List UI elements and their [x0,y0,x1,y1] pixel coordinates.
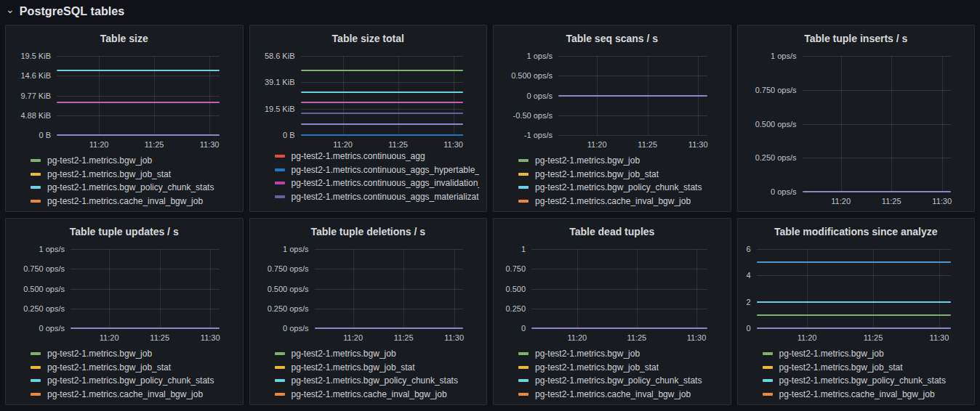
gridline-horizontal [531,289,707,290]
gridline-vertical [454,249,455,328]
y-tick-label: 0.500 ops/s [511,71,553,80]
legend-label: pg-test2-1.metrics.bgw_job_stat [292,362,415,373]
plot-area[interactable] [757,249,952,328]
series-line [301,102,464,103]
legend-color-swatch [31,366,41,369]
series-line [531,327,707,329]
y-tick-label: 1 ops/s [771,52,796,60]
y-tick-label: 0 [746,324,750,333]
legend-item[interactable]: pg-test2-1.metrics.bgw_job_stat [518,361,723,375]
panel-title[interactable]: Table size total [257,30,480,46]
gridline-horizontal [57,76,220,76]
gridline-horizontal [757,249,952,250]
x-tick-label: 11:20 [831,197,851,206]
legend-item[interactable]: pg-test2-1.metrics.bgw_policy_chunk_stat… [31,374,236,388]
gridline-vertical [160,249,161,328]
legend-item[interactable]: pg-test2-1.metrics.continuous_agg [275,152,480,163]
panel-title[interactable]: Table tuple inserts / s [745,30,968,46]
series-line [71,327,220,329]
legend-color-swatch [31,186,41,189]
panel-title[interactable]: Table dead tuples [501,224,723,240]
legend-label: pg-test2-1.metrics.continuous_aggs_hyper… [292,165,480,175]
y-tick-label: 0 B [39,131,51,139]
gridline-horizontal [71,269,220,269]
plot-area[interactable] [803,56,952,192]
legend-item[interactable]: pg-test2-1.metrics.bgw_policy_chunk_stat… [31,181,236,195]
y-tick-label: 6 [746,245,750,253]
plot-area[interactable] [71,249,220,328]
legend-item[interactable]: pg-test2-1.metrics.bgw_policy_chunk_stat… [518,374,723,388]
legend-item[interactable]: pg-test2-1.metrics.bgw_policy_chunk_stat… [518,181,723,195]
dashboard-panel: Table tuple updates / s 1 ops/s0.750 ops… [5,218,244,405]
legend-color-swatch [31,173,41,176]
gridline-vertical [577,249,578,328]
legend-color-swatch [763,352,773,355]
chevron-down-icon[interactable]: ⌄ [6,6,15,13]
legend-item[interactable]: pg-test2-1.metrics.bgw_job [31,154,236,168]
legend-label: pg-test2-1.metrics.bgw_policy_chunk_stat… [47,182,214,192]
legend-item[interactable]: pg-test2-1.metrics.continuous_aggs_hyper… [275,163,480,177]
y-tick-label: 0.250 ops/s [755,153,797,162]
legend-item[interactable]: pg-test2-1.metrics.continuous_aggs_inval… [275,176,480,190]
legend-color-swatch [31,393,41,396]
legend-item[interactable]: pg-test2-1.metrics.cache_inval_bgw_job [518,388,723,402]
y-tick-label: 0 ops/s [527,91,553,100]
legend-item[interactable]: pg-test2-1.metrics.bgw_job_stat [31,361,236,375]
legend-color-swatch [518,366,529,369]
legend-item[interactable]: pg-test2-1.metrics.cache_inval_bgw_job [763,388,968,402]
gridline-horizontal [558,115,707,116]
legend-item[interactable]: pg-test2-1.metrics.cache_inval_bgw_job [31,388,236,402]
gridline-horizontal [301,109,464,110]
x-axis-labels: 11:2011:2511:30 [315,330,464,345]
y-tick-label: 1 ops/s [527,52,553,60]
panel-title[interactable]: Table tuple updates / s [13,224,236,240]
legend-item[interactable]: pg-test2-1.metrics.bgw_job_stat [763,361,968,375]
gridline-vertical [403,249,404,328]
y-tick-label: 0 ops/s [39,324,65,333]
legend-item[interactable]: pg-test2-1.metrics.bgw_job_stat [31,168,236,182]
plot-area[interactable] [57,56,220,135]
x-tick-label: 11:25 [638,140,657,149]
legend-item[interactable]: pg-test2-1.metrics.bgw_job [518,347,723,361]
plot-area[interactable] [315,249,464,328]
legend-item[interactable]: pg-test2-1.metrics.bgw_job [31,347,236,361]
gridline-horizontal [558,76,707,76]
legend-item[interactable]: pg-test2-1.metrics.bgw_policy_chunk_stat… [275,374,480,388]
legend-item[interactable]: pg-test2-1.metrics.cache_inval_bgw_job [275,388,480,402]
panel-title[interactable]: Table size [13,30,236,46]
legend-label: pg-test2-1.metrics.bgw_job [535,155,640,166]
gridline-vertical [209,56,210,135]
panel-title[interactable]: Table seq scans / s [501,30,723,46]
legend-item[interactable]: pg-test2-1.metrics.bgw_policy_chunk_stat… [763,374,968,388]
legend-item[interactable]: pg-test2-1.metrics.bgw_job [763,347,968,361]
legend-item[interactable]: pg-test2-1.metrics.bgw_job_stat [518,168,723,182]
legend-label: pg-test2-1.metrics.cache_inval_bgw_job [47,196,203,206]
legend-item[interactable]: pg-test2-1.metrics.cache_inval_bgw_job [518,195,723,208]
gridline-vertical [154,56,155,135]
plot-area[interactable] [301,56,464,135]
legend-item[interactable]: pg-test2-1.metrics.cache_inval_bgw_job [31,195,236,208]
x-axis-labels: 11:2011:2511:30 [71,330,220,345]
legend-color-swatch [275,352,285,355]
x-tick-label: 11:30 [687,333,707,342]
series-line [757,314,952,316]
panel-title[interactable]: Table modifications since analyze [745,224,968,240]
x-tick-label: 11:30 [688,140,708,149]
legend-item[interactable]: pg-test2-1.metrics.continuous_aggs_mater… [275,190,480,204]
legend-item[interactable]: pg-test2-1.metrics.bgw_job [275,347,480,361]
y-tick-label: 0.750 ops/s [23,264,65,273]
x-tick-label: 11:20 [100,333,119,342]
y-tick-label: 58.6 KiB [265,52,295,60]
row-title[interactable]: PostgreSQL tables [20,5,125,18]
panel-title[interactable]: Table tuple deletions / s [257,224,480,240]
row-header[interactable]: ⌄ PostgreSQL tables [0,0,980,23]
legend-label: pg-test2-1.metrics.cache_inval_bgw_job [292,389,447,399]
plot-area[interactable] [531,249,707,328]
x-tick-label: 11:30 [201,333,220,342]
plot-area[interactable] [558,56,707,135]
legend-item[interactable]: pg-test2-1.metrics.bgw_job_stat [275,361,480,375]
x-axis-labels: 11:2011:2511:30 [558,137,707,152]
legend-item[interactable]: pg-test2-1.metrics.bgw_job [518,154,723,168]
legend-color-swatch [275,379,285,382]
legend-color-swatch [518,186,529,189]
